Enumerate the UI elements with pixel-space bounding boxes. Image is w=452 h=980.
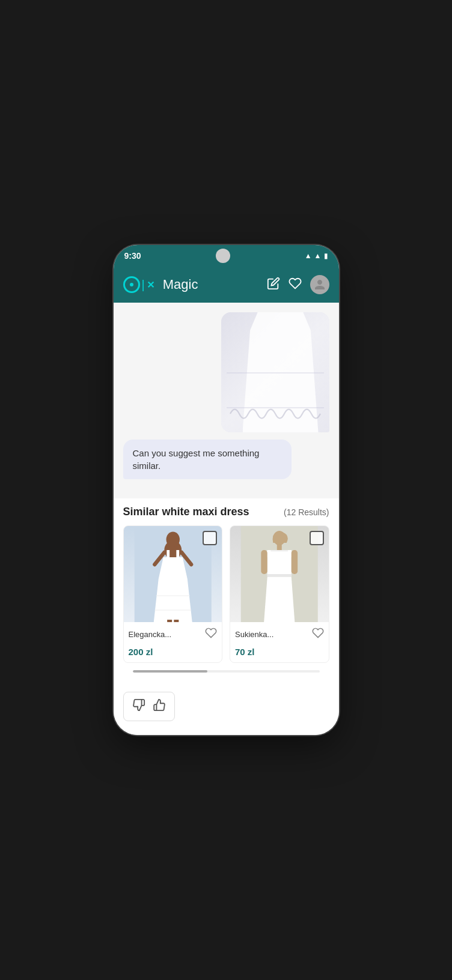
logo-x: ✕: [147, 279, 154, 291]
svg-rect-16: [267, 574, 292, 577]
svg-rect-5: [176, 550, 179, 560]
logo-pipe: |: [142, 278, 145, 292]
product-grid: Elegancka... 200 zl: [123, 525, 329, 663]
product-price-2: 70 zl: [235, 647, 255, 657]
svg-rect-4: [166, 550, 170, 560]
svg-rect-18: [292, 550, 298, 574]
feedback-buttons: [123, 692, 175, 721]
results-section: Similar white maxi dress (12 Results): [114, 498, 339, 685]
logo-dot: [130, 283, 133, 286]
product-image-wrap-2: [230, 526, 329, 622]
phone-frame: 9:30 ▲ ▲ ▮ | ✕ Magic: [114, 245, 339, 735]
dress-detail: [227, 372, 324, 408]
product-checkbox-2[interactable]: [310, 531, 324, 545]
status-notch: [216, 249, 230, 263]
status-icons: ▲ ▲ ▮: [305, 252, 328, 260]
reference-dress-image: [221, 312, 329, 432]
edit-icon[interactable]: [267, 277, 280, 293]
results-title: Similar white maxi dress: [123, 506, 249, 518]
chat-area: Can you suggest me something similar.: [114, 303, 339, 498]
product-image-wrap-1: [124, 526, 222, 622]
product-price-row-1: 200 zl: [124, 647, 222, 662]
product-name-2: Sukienka...: [235, 630, 273, 639]
feedback-section: [114, 685, 339, 728]
product-heart-1[interactable]: [205, 627, 217, 642]
header-logo: | ✕ Magic: [123, 276, 198, 293]
signal-icon: ▲: [314, 252, 322, 260]
avatar[interactable]: [310, 275, 329, 294]
results-count: (12 Results): [284, 507, 329, 517]
header-actions: [267, 275, 329, 294]
user-message-bubble: [123, 312, 329, 432]
app-title: Magic: [163, 277, 198, 292]
dress-lace: [227, 405, 324, 423]
product-info-1: Elegancka...: [124, 622, 222, 647]
svg-rect-14: [267, 550, 292, 576]
product-price-row-2: 70 zl: [230, 647, 329, 662]
product-info-2: Sukienka...: [230, 622, 329, 647]
like-button[interactable]: [151, 697, 167, 716]
scroll-indicator: [133, 670, 320, 673]
wifi-icon: ▲: [305, 252, 312, 260]
product-price-1: 200 zl: [129, 647, 153, 657]
bot-message-text: Can you suggest me something similar.: [133, 448, 260, 471]
logo-o: [123, 276, 140, 293]
bot-message-bubble: Can you suggest me something similar.: [123, 440, 292, 479]
status-bar: 9:30 ▲ ▲ ▮: [114, 245, 339, 267]
heart-icon[interactable]: [289, 277, 302, 293]
svg-point-8: [166, 532, 179, 548]
product-name-1: Elegancka...: [129, 630, 172, 639]
main-content: Can you suggest me something similar. Si…: [114, 303, 339, 735]
quick-actions: Show me more options. Color options Near…: [114, 728, 339, 735]
svg-rect-9: [167, 620, 172, 622]
svg-rect-15: [270, 550, 288, 551]
user-image-message: [221, 312, 329, 432]
battery-icon: ▮: [324, 252, 328, 260]
svg-rect-17: [261, 550, 267, 574]
results-header: Similar white maxi dress (12 Results): [123, 506, 329, 518]
product-card-1[interactable]: Elegancka... 200 zl: [123, 525, 223, 663]
product-checkbox-1[interactable]: [203, 531, 217, 545]
svg-rect-10: [174, 620, 179, 622]
product-card-2[interactable]: Sukienka... 70 zl: [230, 525, 329, 663]
product-heart-2[interactable]: [312, 627, 324, 642]
app-header: | ✕ Magic: [114, 267, 339, 303]
dislike-button[interactable]: [131, 697, 147, 716]
status-time: 9:30: [124, 251, 141, 261]
svg-rect-13: [277, 544, 282, 550]
scroll-bar: [133, 670, 207, 673]
olx-logo: | ✕: [123, 276, 154, 293]
